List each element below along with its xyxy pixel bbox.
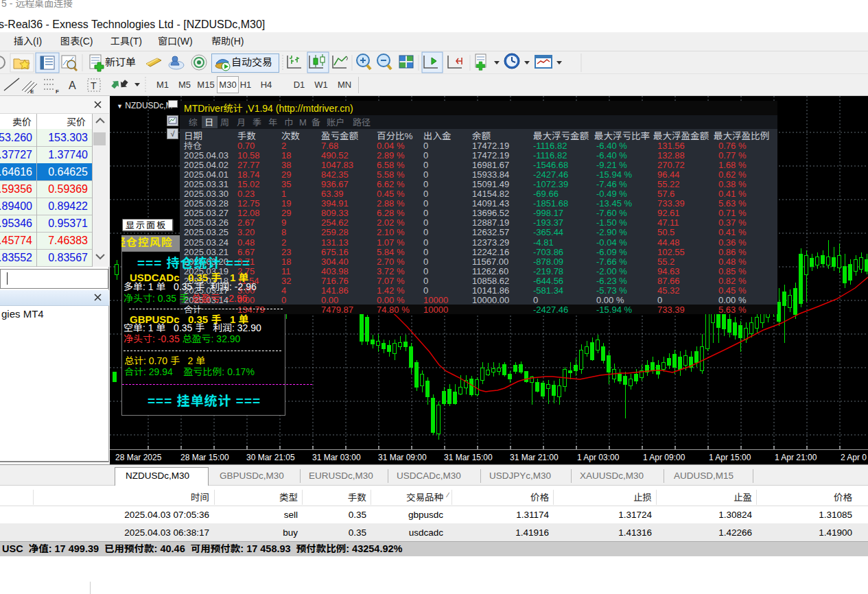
svg-text:T: T: [91, 80, 97, 91]
svg-text:A: A: [69, 80, 76, 91]
svg-text:F: F: [56, 88, 59, 95]
svg-text:E: E: [30, 88, 34, 95]
